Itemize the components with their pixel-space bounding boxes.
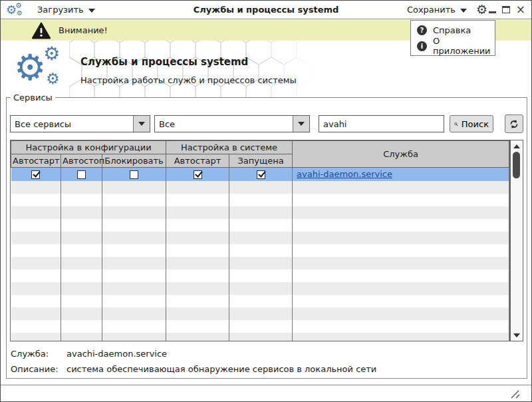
minimize-button[interactable] bbox=[489, 11, 496, 13]
table-row-empty bbox=[11, 270, 509, 282]
column-header-autostart-system: Автостарт bbox=[166, 154, 229, 168]
table-row-empty bbox=[11, 282, 509, 295]
close-button[interactable] bbox=[516, 4, 525, 15]
refresh-icon bbox=[509, 118, 519, 130]
search-button-label: Поиск bbox=[462, 119, 489, 129]
triangle-up-icon bbox=[513, 144, 520, 148]
table-row-selected[interactable]: avahi-daemon.service bbox=[11, 168, 509, 181]
description-label: Описание: bbox=[11, 364, 66, 374]
info-circle-icon: i bbox=[417, 41, 427, 51]
combo-arrow-button[interactable] bbox=[293, 116, 309, 132]
column-header-block-config: Блокировать bbox=[102, 154, 166, 168]
column-header-running: Запущена bbox=[229, 154, 293, 168]
search-input[interactable] bbox=[319, 115, 444, 132]
table-row-empty bbox=[11, 257, 509, 270]
warning-triangle-icon bbox=[31, 22, 51, 39]
services-group: Сервисы Все сервисы Все Поиск bbox=[6, 93, 527, 379]
chevron-down-icon bbox=[460, 9, 467, 13]
chevron-down-icon bbox=[138, 122, 145, 126]
column-header-autostop-config: Автостоп bbox=[61, 154, 102, 168]
table-row-empty bbox=[11, 206, 509, 219]
gear-icon bbox=[46, 71, 60, 87]
services-table-area: Настройка в конфигурации Настройка в сис… bbox=[10, 140, 523, 341]
autostart-system-checkbox[interactable] bbox=[194, 170, 202, 179]
app-gears-logo-icon bbox=[6, 2, 26, 18]
resize-grip[interactable] bbox=[509, 389, 521, 399]
scroll-down-button[interactable] bbox=[511, 330, 523, 340]
menu-item-about[interactable]: i О приложении bbox=[411, 38, 495, 54]
service-link[interactable]: avahi-daemon.service bbox=[297, 169, 392, 179]
gear-icon bbox=[17, 10, 23, 17]
services-table: Настройка в конфигурации Настройка в сис… bbox=[10, 140, 510, 341]
app-gears-logo-icon bbox=[14, 45, 77, 95]
refresh-button[interactable] bbox=[505, 114, 523, 133]
table-row-empty bbox=[11, 244, 509, 257]
combo-arrow-button[interactable] bbox=[133, 116, 150, 132]
chevron-down-icon bbox=[298, 122, 305, 126]
gear-icon bbox=[15, 2, 22, 9]
page-subtitle: Настройка работы служб и процессов систе… bbox=[80, 75, 297, 85]
table-row-empty bbox=[11, 232, 509, 244]
autostop-config-checkbox[interactable] bbox=[77, 170, 86, 179]
warning-text: Внимание! bbox=[59, 25, 108, 35]
page-title: Службы и процессы systemd bbox=[80, 56, 248, 68]
load-menu-label: Загрузить bbox=[37, 5, 84, 15]
running-checkbox[interactable] bbox=[257, 170, 265, 179]
table-row-empty bbox=[11, 333, 509, 342]
detail-row-description: Описание: система обеспечивающая обнаруж… bbox=[11, 364, 523, 374]
table-row-empty bbox=[11, 194, 509, 206]
load-menu-button[interactable]: Загрузить bbox=[37, 1, 95, 19]
menu-item-help-label: Справка bbox=[433, 25, 471, 35]
vertical-scrollbar[interactable] bbox=[510, 140, 523, 341]
table-row-empty bbox=[11, 307, 509, 320]
column-group-system: Настройка в системе bbox=[166, 141, 293, 154]
scroll-up-button[interactable] bbox=[511, 141, 523, 151]
column-group-config: Настройка в конфигурации bbox=[11, 141, 166, 154]
titlebar: Загрузить Службы и процессы systemd Сохр… bbox=[1, 1, 531, 19]
save-menu-label: Сохранить bbox=[407, 5, 456, 15]
save-menu-button[interactable]: Сохранить bbox=[407, 1, 467, 19]
state-filter-value: Все bbox=[155, 119, 293, 129]
window-controls bbox=[489, 1, 525, 19]
column-header-autostart-config: Автостарт bbox=[11, 154, 61, 168]
table-row-empty bbox=[11, 320, 509, 333]
app-window: Загрузить Службы и процессы systemd Сохр… bbox=[0, 0, 532, 402]
help-circle-icon: ? bbox=[417, 25, 427, 35]
gear-icon bbox=[14, 50, 46, 86]
search-icon bbox=[454, 119, 458, 129]
service-detail-value: avachi-daemon.service bbox=[66, 349, 167, 359]
window-title: Службы и процессы systemd bbox=[100, 1, 432, 19]
block-config-checkbox[interactable] bbox=[130, 170, 138, 179]
hexagon-fade bbox=[243, 41, 323, 99]
statusbar bbox=[1, 385, 531, 401]
detail-row-service: Служба: avachi-daemon.service bbox=[11, 349, 523, 359]
settings-dropdown-menu: ? Справка i О приложении bbox=[410, 20, 495, 56]
services-legend: Сервисы bbox=[11, 93, 55, 102]
service-filter-combobox[interactable]: Все сервисы bbox=[10, 115, 150, 132]
table-body: avahi-daemon.service bbox=[11, 168, 509, 342]
table-row-empty bbox=[11, 181, 509, 194]
scrollbar-thumb[interactable] bbox=[513, 152, 520, 178]
column-header-service: Служба bbox=[293, 141, 509, 168]
triangle-down-icon bbox=[513, 333, 520, 337]
settings-menu-button[interactable] bbox=[475, 3, 490, 17]
search-button[interactable]: Поиск bbox=[450, 115, 493, 132]
menu-item-about-label: О приложении bbox=[433, 36, 495, 56]
service-details: Служба: avachi-daemon.service Описание: … bbox=[11, 349, 523, 379]
description-value: система обеспечивающая обнаружение серви… bbox=[66, 364, 376, 374]
gear-icon bbox=[476, 3, 487, 16]
chevron-down-icon bbox=[88, 9, 95, 13]
service-filter-value: Все сервисы bbox=[11, 119, 133, 129]
table-row-empty bbox=[11, 219, 509, 232]
gear-icon bbox=[43, 45, 60, 63]
state-filter-combobox[interactable]: Все bbox=[154, 115, 310, 132]
table-row-empty bbox=[11, 295, 509, 307]
service-detail-label: Служба: bbox=[11, 349, 66, 359]
autostart-config-checkbox[interactable] bbox=[31, 170, 40, 179]
maximize-button[interactable] bbox=[502, 6, 510, 13]
